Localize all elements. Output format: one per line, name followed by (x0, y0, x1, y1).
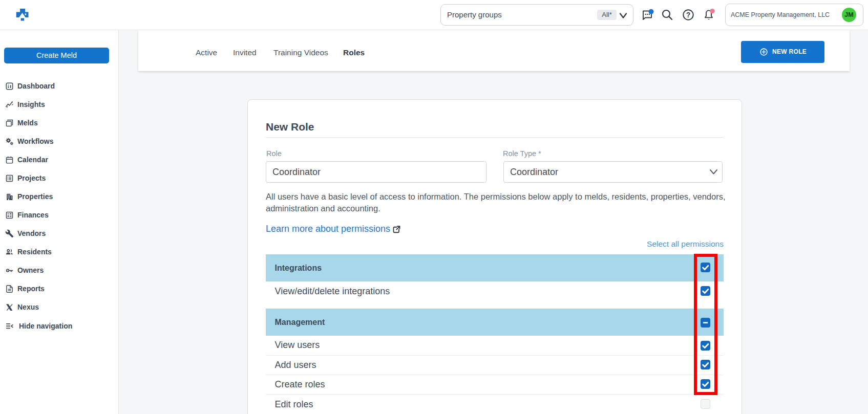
svg-text:?: ? (686, 11, 691, 19)
